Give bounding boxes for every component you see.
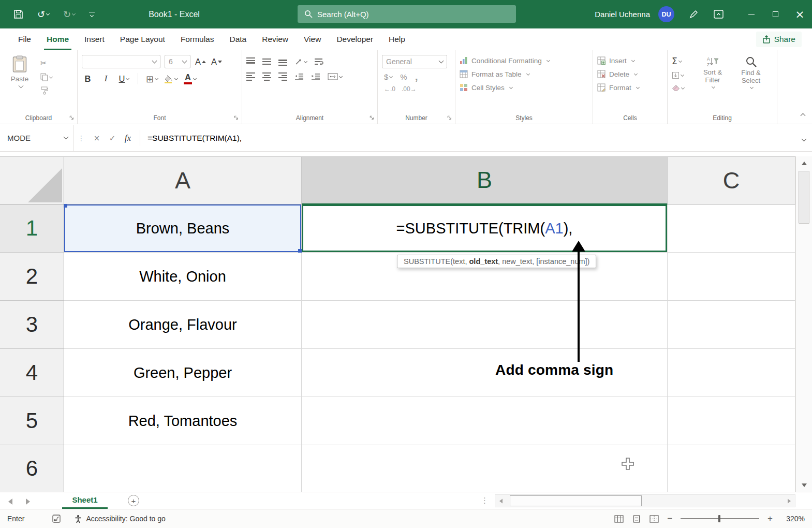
vertical-scrollbar-thumb[interactable] <box>799 171 809 224</box>
name-box[interactable]: MODE <box>0 125 73 151</box>
horizontal-scrollbar[interactable] <box>495 494 795 507</box>
fill-button[interactable] <box>672 71 690 79</box>
wrap-text-button[interactable] <box>314 58 323 66</box>
customize-quick-access-icon[interactable] <box>89 12 95 17</box>
row-header-2[interactable]: 2 <box>0 253 64 301</box>
font-size-combo[interactable]: 6 <box>165 55 190 68</box>
underline-button[interactable]: U <box>118 72 130 85</box>
align-left-icon[interactable] <box>246 72 255 81</box>
cell-a2[interactable]: White, Onion <box>64 253 302 301</box>
column-header-b[interactable]: B <box>302 157 668 204</box>
font-dialog-launcher-icon[interactable] <box>233 115 239 121</box>
sort-filter-button[interactable]: AZ Sort & Filter <box>697 54 729 111</box>
formula-input[interactable]: =SUBSTITUTE(TRIM(A1), <box>147 134 800 143</box>
decrease-font-size-button[interactable]: A <box>211 55 223 68</box>
row-header-3[interactable]: 3 <box>0 301 64 349</box>
tab-help[interactable]: Help <box>381 28 413 50</box>
enter-button[interactable]: ✓ <box>105 125 120 151</box>
alignment-dialog-launcher-icon[interactable] <box>369 115 375 121</box>
redo-button[interactable]: ↻ <box>63 9 75 20</box>
scroll-up-icon[interactable] <box>796 156 812 170</box>
zoom-slider-knob[interactable] <box>718 515 720 522</box>
user-name[interactable]: Daniel Uchenna <box>595 10 650 19</box>
copy-button[interactable] <box>40 73 52 81</box>
new-sheet-button[interactable]: + <box>128 495 139 506</box>
tab-home[interactable]: Home <box>39 28 77 50</box>
increase-indent-icon[interactable] <box>311 73 320 80</box>
italic-button[interactable]: I <box>100 72 112 85</box>
tab-view[interactable]: View <box>296 28 329 50</box>
delete-cells-button[interactable]: Delete <box>597 70 663 78</box>
cell-c5[interactable] <box>668 397 795 445</box>
cell-styles-button[interactable]: Cell Styles <box>460 83 588 92</box>
minimize-button[interactable] <box>739 0 763 28</box>
align-right-icon[interactable] <box>278 72 287 81</box>
clear-button[interactable] <box>672 84 690 92</box>
normal-view-icon[interactable] <box>614 515 624 523</box>
cell-c4[interactable] <box>668 349 795 397</box>
bold-button[interactable]: B <box>82 72 94 85</box>
tab-page-layout[interactable]: Page Layout <box>112 28 173 50</box>
font-name-combo[interactable] <box>82 55 160 68</box>
namebox-resize-handle[interactable]: ⋮ <box>78 134 85 142</box>
find-select-button[interactable]: Find & Select <box>735 54 767 111</box>
merge-center-button[interactable] <box>328 73 342 80</box>
search-box[interactable]: Search (Alt+Q) <box>298 5 516 23</box>
insert-cells-button[interactable]: Insert <box>597 56 663 65</box>
align-middle-icon[interactable] <box>262 57 271 66</box>
zoom-slider[interactable] <box>681 515 759 523</box>
autosum-button[interactable]: Σ <box>672 56 690 66</box>
number-dialog-launcher-icon[interactable] <box>447 115 452 121</box>
row-header-4[interactable]: 4 <box>0 349 64 397</box>
sheet-nav-left-icon[interactable] <box>8 497 12 507</box>
tab-review[interactable]: Review <box>254 28 296 50</box>
row-header-5[interactable]: 5 <box>0 397 64 445</box>
zoom-level[interactable]: 320% <box>781 515 805 523</box>
number-format-combo[interactable]: General <box>382 55 447 68</box>
ribbon-display-options-icon[interactable] <box>714 10 724 19</box>
column-header-a[interactable]: A <box>64 157 302 204</box>
increase-decimal-icon[interactable]: ←.0 <box>384 85 395 93</box>
comma-style-button[interactable]: , <box>415 72 418 81</box>
zoom-in-button[interactable]: + <box>767 514 773 524</box>
cell-b6[interactable] <box>302 445 668 492</box>
cell-a4[interactable]: Green, Pepper <box>64 349 302 397</box>
tab-formulas[interactable]: Formulas <box>173 28 222 50</box>
fill-color-button[interactable] <box>164 72 178 85</box>
sheet-tab-sheet1[interactable]: Sheet1 <box>62 492 108 509</box>
macro-record-icon[interactable] <box>52 515 61 523</box>
cell-b3[interactable] <box>302 301 668 349</box>
tab-splitter-handle[interactable]: ⋮ <box>481 496 489 505</box>
accessibility-status[interactable]: Accessibility: Good to go <box>74 515 165 523</box>
horizontal-scrollbar-thumb[interactable] <box>510 495 642 506</box>
align-top-icon[interactable] <box>246 57 255 66</box>
page-break-view-icon[interactable] <box>649 515 659 523</box>
align-bottom-icon[interactable] <box>278 57 287 66</box>
cell-a6[interactable] <box>64 445 302 492</box>
accounting-format-button[interactable]: $ <box>384 72 392 81</box>
expand-formula-bar-icon[interactable] <box>800 134 806 143</box>
zoom-out-button[interactable]: − <box>667 514 672 524</box>
page-layout-view-icon[interactable] <box>632 515 641 523</box>
cell-b5[interactable] <box>302 397 668 445</box>
vertical-scrollbar[interactable] <box>795 156 812 492</box>
share-button[interactable]: Share <box>756 32 802 47</box>
format-as-table-button[interactable]: Format as Table <box>460 70 588 78</box>
percent-style-button[interactable]: % <box>400 72 407 81</box>
cell-c3[interactable] <box>668 301 795 349</box>
tab-data[interactable]: Data <box>222 28 254 50</box>
orientation-button[interactable] <box>294 57 307 66</box>
scroll-right-icon[interactable] <box>784 495 795 507</box>
close-button[interactable]: × <box>788 0 812 28</box>
decrease-decimal-icon[interactable]: .00→ <box>402 85 417 93</box>
avatar[interactable]: DU <box>658 6 674 22</box>
format-cells-button[interactable]: Format <box>597 83 663 92</box>
cell-c1[interactable] <box>668 204 795 253</box>
undo-button[interactable]: ↺ <box>37 9 49 20</box>
clipboard-dialog-launcher-icon[interactable] <box>69 115 75 121</box>
font-color-button[interactable]: A <box>184 72 196 85</box>
tab-file[interactable]: File <box>10 28 39 50</box>
maximize-button[interactable] <box>763 0 788 28</box>
save-icon[interactable] <box>13 9 23 19</box>
tab-insert[interactable]: Insert <box>77 28 112 50</box>
